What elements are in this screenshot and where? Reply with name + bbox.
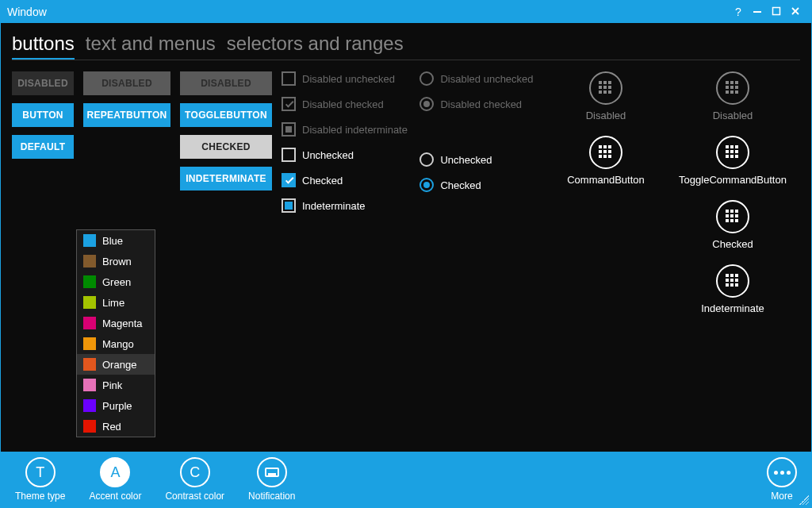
checkbox-unchecked[interactable]: Unchecked bbox=[282, 148, 410, 162]
checkbox-checked[interactable]: Checked bbox=[282, 173, 410, 187]
maximize-button[interactable] bbox=[767, 6, 786, 18]
color-swatch bbox=[83, 399, 96, 412]
color-label: Orange bbox=[102, 359, 136, 371]
appbar-more[interactable]: More bbox=[767, 457, 797, 502]
tab-strip: buttons text and menus selectors and ran… bbox=[12, 33, 800, 60]
color-swatch bbox=[83, 379, 96, 391]
color-swatch bbox=[83, 275, 96, 288]
color-label: Blue bbox=[102, 235, 123, 247]
radio-disabled-unchecked: Disabled unchecked bbox=[419, 71, 545, 86]
button[interactable]: BUTTON bbox=[12, 103, 74, 127]
color-swatch bbox=[83, 296, 96, 309]
color-swatch bbox=[83, 255, 96, 267]
color-label: Green bbox=[102, 276, 131, 288]
svg-rect-1 bbox=[773, 8, 780, 15]
color-item-red[interactable]: Red bbox=[77, 416, 155, 437]
radio-disabled-checked: Disabled checked bbox=[419, 97, 545, 111]
help-button[interactable]: ? bbox=[729, 6, 748, 18]
color-item-blue[interactable]: Blue bbox=[77, 230, 155, 251]
color-label: Red bbox=[102, 421, 121, 433]
togglebutton-indeterminate[interactable]: INDETERMINATE bbox=[180, 167, 272, 190]
notification-icon bbox=[265, 468, 279, 477]
togglecommandbutton-checked[interactable]: Checked bbox=[681, 200, 784, 250]
checkbox-disabled-unchecked: Disabled unchecked bbox=[282, 71, 410, 86]
color-label: Brown bbox=[102, 256, 132, 267]
togglebutton-disabled: DISABLED bbox=[180, 71, 272, 95]
minimize-button[interactable] bbox=[748, 6, 767, 18]
button-default[interactable]: DEFAULT bbox=[12, 135, 74, 159]
radio-unchecked[interactable]: Unchecked bbox=[419, 152, 545, 167]
appbar-notification[interactable]: Notification bbox=[248, 457, 295, 502]
tab-text-and-menus[interactable]: text and menus bbox=[86, 33, 216, 60]
commandbutton-disabled: Disabled bbox=[554, 71, 657, 121]
color-swatch bbox=[83, 337, 96, 350]
color-item-green[interactable]: Green bbox=[77, 271, 155, 292]
color-item-mango[interactable]: Mango bbox=[77, 333, 155, 354]
color-label: Purple bbox=[102, 400, 132, 412]
close-button[interactable] bbox=[786, 6, 805, 18]
checkbox-disabled-indeterminate: Disabled indeterminate bbox=[282, 122, 410, 137]
appbar-theme-type[interactable]: T Theme type bbox=[15, 457, 65, 502]
button-disabled: DISABLED bbox=[12, 71, 74, 95]
appbar: T Theme type A Accent color C Contrast c… bbox=[1, 452, 811, 507]
color-item-pink[interactable]: Pink bbox=[77, 375, 155, 395]
window-title: Window bbox=[7, 6, 729, 18]
color-label: Lime bbox=[102, 297, 124, 309]
appbar-accent-color[interactable]: A Accent color bbox=[89, 457, 141, 502]
color-item-magenta[interactable]: Magenta bbox=[77, 313, 155, 333]
togglebutton[interactable]: TOGGLEBUTTON bbox=[180, 103, 272, 127]
repeatbutton-disabled: DISABLED bbox=[83, 71, 170, 95]
radio-checked[interactable]: Checked bbox=[419, 178, 545, 192]
color-swatch bbox=[83, 317, 96, 329]
resize-grip[interactable] bbox=[799, 495, 809, 505]
color-label: Pink bbox=[102, 379, 122, 391]
commandbutton[interactable]: CommandButton bbox=[554, 136, 657, 186]
togglecommandbutton-indeterminate[interactable]: Indeterminate bbox=[681, 264, 784, 314]
checkbox-disabled-checked: Disabled checked bbox=[282, 97, 410, 111]
togglecommandbutton-disabled: Disabled bbox=[681, 71, 784, 121]
titlebar[interactable]: Window ? bbox=[1, 1, 811, 23]
tab-selectors-and-ranges[interactable]: selectors and ranges bbox=[227, 33, 404, 60]
color-swatch bbox=[83, 234, 96, 247]
color-swatch bbox=[83, 420, 96, 433]
more-icon bbox=[774, 471, 791, 475]
accent-color-popup[interactable]: BlueBrownGreenLimeMagentaMangoOrangePink… bbox=[76, 229, 155, 437]
color-swatch bbox=[83, 358, 96, 371]
repeatbutton[interactable]: REPEATBUTTON bbox=[83, 103, 170, 127]
togglebutton-checked[interactable]: CHECKED bbox=[180, 135, 272, 159]
appbar-contrast-color[interactable]: C Contrast color bbox=[165, 457, 224, 502]
color-item-brown[interactable]: Brown bbox=[77, 251, 155, 271]
checkbox-indeterminate[interactable]: Indeterminate bbox=[282, 198, 410, 213]
svg-rect-0 bbox=[753, 11, 761, 13]
tab-buttons[interactable]: buttons bbox=[12, 33, 75, 60]
color-label: Mango bbox=[102, 338, 134, 350]
togglecommandbutton[interactable]: ToggleCommandButton bbox=[681, 136, 784, 186]
color-item-lime[interactable]: Lime bbox=[77, 292, 155, 313]
color-item-orange[interactable]: Orange bbox=[77, 354, 155, 375]
color-item-purple[interactable]: Purple bbox=[77, 395, 155, 416]
color-label: Magenta bbox=[102, 318, 143, 329]
